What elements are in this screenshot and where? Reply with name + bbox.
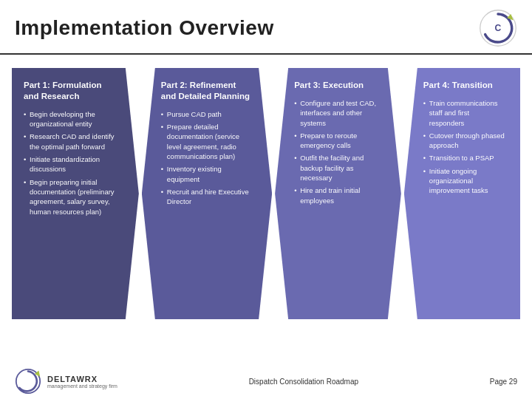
- list-item: Begin preparing initial documentation (p…: [24, 177, 118, 216]
- list-item: Recruit and hire Executive Director: [161, 187, 251, 207]
- section-part1: Part 1: Formulation and Research Begin d…: [12, 68, 139, 319]
- list-item: Prepare detailed documentation (service …: [161, 122, 251, 161]
- section-part4: Part 4: Transition Train communications …: [404, 68, 520, 319]
- bullet-list-3: Configure and test CAD, interfaces and o…: [294, 98, 381, 205]
- bullet-list-1: Begin developing the organizational enti…: [24, 109, 118, 216]
- list-item: Research CAD and identify the optimal pa…: [24, 132, 118, 151]
- page: Implementation Overview C Part 1: Formul…: [0, 0, 532, 399]
- header: Implementation Overview C: [0, 0, 532, 55]
- footer: DELTAWRX management and strategy firm Di…: [0, 364, 532, 399]
- section-title-4: Part 4: Transition: [423, 80, 505, 91]
- logo-icon: C: [479, 9, 517, 47]
- section-part2: Part 2: Refinement and Detailed Planning…: [142, 68, 272, 319]
- main-content: Part 1: Formulation and Research Begin d…: [0, 55, 532, 365]
- footer-logo-icon: [15, 368, 41, 395]
- list-item: Outfit the facility and backup facility …: [294, 153, 381, 183]
- section-title-1: Part 1: Formulation and Research: [24, 80, 118, 102]
- list-item: Pursue CAD path: [161, 109, 251, 119]
- list-item: Prepare to reroute emergency calls: [294, 131, 381, 151]
- page-title: Implementation Overview: [15, 16, 274, 40]
- bullet-list-2: Pursue CAD path Prepare detailed documen…: [161, 109, 251, 207]
- list-item: Initiate standardization discussions: [24, 154, 118, 174]
- sections-row: Part 1: Formulation and Research Begin d…: [12, 68, 520, 319]
- svg-text:C: C: [495, 23, 502, 33]
- footer-page-number: Page 29: [490, 378, 517, 386]
- brand-name: DELTAWRX: [47, 375, 117, 383]
- bullet-list-4: Train communications staff and first res…: [423, 98, 505, 196]
- list-item: Hire and train initial employees: [294, 185, 381, 205]
- footer-logo-area: DELTAWRX management and strategy firm: [15, 368, 117, 395]
- section-title-2: Part 2: Refinement and Detailed Planning: [161, 80, 251, 102]
- list-item: Transition to a PSAP: [423, 153, 505, 163]
- list-item: Train communications staff and first res…: [423, 98, 505, 128]
- list-item: Begin developing the organizational enti…: [24, 109, 118, 129]
- section-part3: Part 3: Execution Configure and test CAD…: [275, 68, 401, 319]
- brand-tagline: management and strategy firm: [47, 383, 117, 389]
- list-item: Initiate ongoing organizational improvem…: [423, 166, 505, 196]
- footer-brand-text: DELTAWRX management and strategy firm: [47, 375, 117, 389]
- section-title-3: Part 3: Execution: [294, 80, 381, 91]
- list-item: Cutover through phased approach: [423, 131, 505, 151]
- footer-center-text: Dispatch Consolidation Roadmap: [249, 378, 358, 386]
- list-item: Configure and test CAD, interfaces and o…: [294, 98, 381, 128]
- list-item: Inventory existing equipment: [161, 164, 251, 184]
